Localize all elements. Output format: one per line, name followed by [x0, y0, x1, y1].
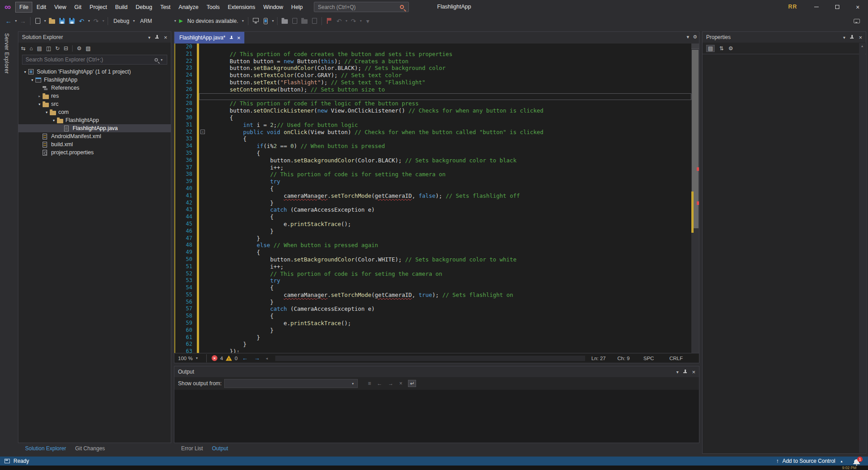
close-panel-icon[interactable]: × [692, 369, 695, 375]
solution-configuration-dropdown[interactable]: Debug ▾ [110, 16, 137, 26]
code-line-28[interactable]: 28 // This portion of code if the logic … [174, 100, 691, 107]
code-line-49[interactable]: 49 { [174, 249, 691, 256]
server-explorer-vertical-tab[interactable]: Server Explorer [4, 33, 10, 74]
tree-item-flashlightapp[interactable]: ▾FlashlightApp [18, 116, 171, 124]
device-manager-button[interactable] [260, 16, 270, 26]
menu-file[interactable]: File [16, 2, 32, 12]
redo-button[interactable]: ↷ [91, 16, 101, 26]
tab-error-list[interactable]: Error List [177, 445, 208, 452]
fold-collapse-marker[interactable]: − [200, 130, 205, 134]
horizontal-scrollbar[interactable] [275, 356, 585, 361]
tree-item-flashlightapp[interactable]: ▾FlashlightApp [18, 76, 171, 84]
properties-gear-icon[interactable]: ⚙ [77, 45, 82, 52]
navigate-forward-button[interactable]: → [18, 16, 28, 26]
notifications-button[interactable]: 1 [854, 459, 859, 463]
preview-selected-items-icon[interactable]: ▧ [86, 45, 91, 52]
error-count[interactable]: 4 [220, 356, 223, 361]
undo-caret-icon[interactable]: ▾ [87, 19, 91, 23]
code-line-52[interactable]: 52 // This portion of code is for seting… [174, 270, 691, 278]
navigate-forward-icon[interactable]: → [252, 355, 262, 361]
properties-scrollbar[interactable]: ▴ [859, 43, 865, 453]
code-line-26[interactable]: 26 setContentView(button); // Sets butto… [174, 86, 691, 93]
code-line-56[interactable]: 56 } [174, 299, 691, 306]
tab-git-changes[interactable]: Git Changes [70, 445, 109, 452]
output-content[interactable] [174, 390, 699, 443]
tree-item-solution-flashlightapp-1-of-1-project[interactable]: ▾Solution 'FlashlightApp' (1 of 1 projec… [18, 68, 171, 76]
code-line-43[interactable]: 43 catch (CameraAccessException e) [174, 206, 691, 213]
tree-expanded-arrow-icon[interactable]: ▾ [43, 110, 50, 114]
code-line-25[interactable]: 25 button.setText("Flashlight"); // Sets… [174, 79, 691, 86]
window-position-caret-icon[interactable]: ▾ [148, 35, 150, 40]
menu-view[interactable]: View [51, 2, 70, 12]
code-line-38[interactable]: 38 // This portion of code is for settin… [174, 171, 691, 178]
tree-item-project-properties[interactable]: project.properties [18, 148, 171, 157]
navigate-back-caret-icon[interactable]: ▾ [14, 19, 18, 23]
tree-item-androidmanifest-xml[interactable]: AndroidManifest.xml [18, 132, 171, 140]
sync-with-active-document-icon[interactable]: ⇆ [21, 45, 26, 52]
menu-window[interactable]: Window [260, 2, 286, 12]
property-pages-icon[interactable]: ⚙ [728, 45, 733, 52]
close-tab-icon[interactable]: × [237, 35, 241, 41]
add-to-source-control-button[interactable]: Add to Source Control [782, 458, 835, 464]
sync-namespaces-button[interactable] [299, 16, 309, 26]
open-file-button[interactable] [47, 16, 57, 26]
code-line-41[interactable]: 41 cameraManager.setTorchMode(getCameraI… [174, 192, 691, 200]
close-button[interactable]: × [847, 0, 868, 14]
start-debugging-button[interactable]: ▶ No devices available. ▾ [178, 16, 246, 26]
tree-expanded-arrow-icon[interactable]: ▾ [29, 78, 35, 82]
refresh-button[interactable] [309, 16, 319, 26]
toolbar-overflow-button[interactable]: ▾ [363, 16, 373, 26]
window-position-caret-icon[interactable]: ▾ [843, 35, 845, 40]
tree-item-flashlightapp-java[interactable]: FlashlightApp.java [18, 124, 171, 132]
account-initials-badge[interactable]: RR [788, 0, 797, 14]
code-line-53[interactable]: 53 try [174, 277, 691, 284]
code-line-40[interactable]: 40 { [174, 185, 691, 192]
warning-count[interactable]: 0 [234, 356, 237, 361]
code-line-48[interactable]: 48 else // When button is pressed again [174, 242, 691, 249]
code-line-59[interactable]: 59 e.printStackTrace(); [174, 320, 691, 327]
switch-views-icon[interactable]: ▤ [37, 45, 42, 52]
code-line-37[interactable]: 37 i++; [174, 164, 691, 171]
code-line-63[interactable]: 63 }); [174, 348, 691, 353]
previous-bookmark-caret-icon[interactable]: ▾ [344, 19, 348, 23]
goto-message-icon[interactable]: ≡ [368, 380, 371, 387]
code-line-45[interactable]: 45 e.printStackTrace(); [174, 221, 691, 228]
navigate-backward-icon[interactable]: ← [240, 355, 250, 361]
previous-message-icon[interactable]: ← [377, 380, 382, 387]
minimize-button[interactable] [806, 0, 827, 14]
code-line-32[interactable]: 32 public void onClick(View button) // C… [174, 129, 691, 136]
code-line-20[interactable]: 20 [174, 44, 691, 51]
clear-all-icon[interactable]: × [399, 380, 402, 387]
maximize-button[interactable] [827, 0, 847, 14]
code-line-22[interactable]: 22 Button button = new Button(this); // … [174, 58, 691, 65]
code-line-36[interactable]: 36 button.setBackgroundColor(Color.BLACK… [174, 157, 691, 164]
code-editor[interactable]: 2021 // This portion of code creates the… [174, 44, 699, 353]
previous-bookmark-button[interactable]: ↶ [334, 16, 344, 26]
close-panel-icon[interactable]: × [859, 34, 862, 41]
tree-item-build-xml[interactable]: build.xml [18, 140, 171, 148]
tree-item-com[interactable]: ▾com [18, 108, 171, 116]
code-line-23[interactable]: 23 button.setBackgroundColor(Color.BLACK… [174, 65, 691, 72]
zoom-control[interactable]: 100 % ▾ [178, 356, 201, 361]
code-line-60[interactable]: 60 } [174, 327, 691, 334]
menu-build[interactable]: Build [112, 2, 131, 12]
menu-help[interactable]: Help [288, 2, 307, 12]
home-icon[interactable]: ⌂ [30, 45, 33, 52]
code-line-30[interactable]: 30 { [174, 114, 691, 122]
quick-search-box[interactable]: Search (Ctrl+Q) [314, 2, 409, 12]
pin-icon[interactable] [850, 35, 854, 40]
code-line-46[interactable]: 46 } [174, 228, 691, 235]
split-window-handle[interactable] [691, 44, 699, 49]
code-line-47[interactable]: 47 } [174, 235, 691, 242]
code-line-58[interactable]: 58 { [174, 313, 691, 320]
background-tasks-icon[interactable] [4, 459, 10, 463]
code-line-24[interactable]: 24 button.setTextColor(Color.GRAY); // S… [174, 72, 691, 79]
pin-icon[interactable] [683, 370, 687, 374]
save-all-button[interactable] [67, 16, 77, 26]
menu-analyze[interactable]: Analyze [175, 2, 202, 12]
pin-tab-icon[interactable] [229, 35, 233, 39]
hscroll-left-arrow-icon[interactable]: ◂ [265, 356, 269, 361]
tree-expanded-arrow-icon[interactable]: ▾ [36, 102, 43, 106]
vertical-scrollbar[interactable] [691, 44, 699, 353]
menu-test[interactable]: Test [156, 2, 174, 12]
